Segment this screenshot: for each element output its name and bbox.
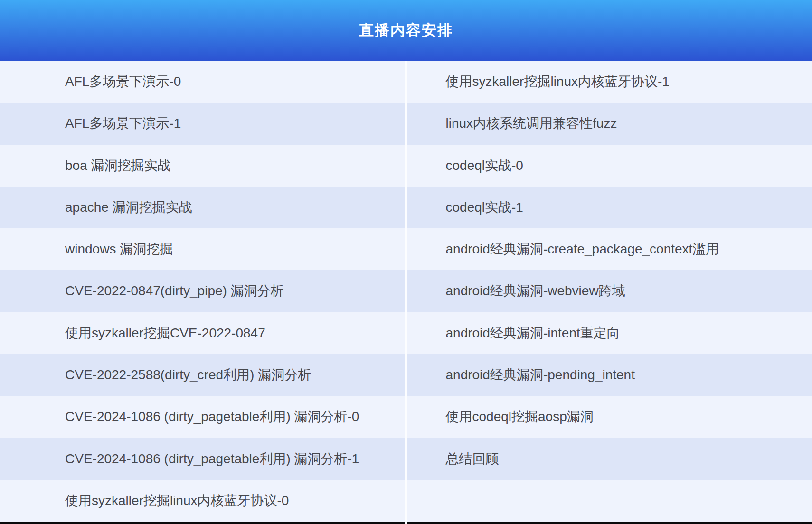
table-row: linux内核系统调用兼容性fuzz [407,103,812,144]
session-title: AFL多场景下演示-0 [0,73,181,91]
session-title: android经典漏洞-pending_intent [407,366,635,384]
table-row: 使用codeql挖掘aosp漏洞 [407,396,812,438]
table-row: CVE-2022-2588(dirty_cred利用) 漏洞分析 [0,354,405,396]
table-row: apache 漏洞挖掘实战 [0,187,405,228]
table-row: 总结回顾 [407,438,812,479]
table-row: AFL多场景下演示-1 [0,103,405,144]
table-row: 使用syzkaller挖掘linux内核蓝牙协议-0 [0,480,405,522]
bottom-bar [407,522,812,524]
session-title: boa 漏洞挖掘实战 [0,157,171,175]
session-title: apache 漏洞挖掘实战 [0,198,192,216]
page-title: 直播内容安排 [359,20,453,40]
table-row: windows 漏洞挖掘 [0,228,405,270]
table-row: CVE-2024-1086 (dirty_pagetable利用) 漏洞分析-0 [0,396,405,438]
session-title: 使用syzkaller挖掘CVE-2022-0847 [0,324,265,342]
table-row: CVE-2024-1086 (dirty_pagetable利用) 漏洞分析-1 [0,438,405,479]
session-title: CVE-2022-0847(dirty_pipe) 漏洞分析 [0,282,284,300]
session-title: CVE-2024-1086 (dirty_pagetable利用) 漏洞分析-1 [0,450,359,468]
session-title: windows 漏洞挖掘 [0,240,173,258]
schedule-table: AFL多场景下演示-0 AFL多场景下演示-1 boa 漏洞挖掘实战 apach… [0,61,812,524]
table-row: codeql实战-0 [407,145,812,187]
schedule-page: 直播内容安排 AFL多场景下演示-0 AFL多场景下演示-1 boa 漏洞挖掘实… [0,0,812,524]
table-row: CVE-2022-0847(dirty_pipe) 漏洞分析 [0,270,405,312]
schedule-column-right: 使用syzkaller挖掘linux内核蓝牙协议-1 linux内核系统调用兼容… [407,61,812,524]
session-title: linux内核系统调用兼容性fuzz [407,114,617,132]
session-title: AFL多场景下演示-1 [0,114,181,132]
table-row [407,480,812,522]
session-title: android经典漏洞-intent重定向 [407,324,620,342]
table-row: AFL多场景下演示-0 [0,61,405,103]
table-row: 使用syzkaller挖掘CVE-2022-0847 [0,312,405,354]
table-row: android经典漏洞-create_package_context滥用 [407,228,812,270]
session-title: 总结回顾 [407,450,499,468]
table-row: boa 漏洞挖掘实战 [0,145,405,187]
table-row: android经典漏洞-intent重定向 [407,312,812,354]
schedule-header: 直播内容安排 [0,0,812,61]
table-row: codeql实战-1 [407,187,812,228]
session-title: CVE-2024-1086 (dirty_pagetable利用) 漏洞分析-0 [0,408,359,426]
session-title: android经典漏洞-webview跨域 [407,282,625,300]
table-row: android经典漏洞-webview跨域 [407,270,812,312]
schedule-column-left: AFL多场景下演示-0 AFL多场景下演示-1 boa 漏洞挖掘实战 apach… [0,61,405,524]
session-title: 使用syzkaller挖掘linux内核蓝牙协议-1 [407,73,670,91]
session-title: android经典漏洞-create_package_context滥用 [407,240,719,258]
session-title: codeql实战-0 [407,157,523,175]
session-title: codeql实战-1 [407,198,523,216]
bottom-bar [0,522,405,524]
session-title: 使用codeql挖掘aosp漏洞 [407,408,594,426]
table-row: 使用syzkaller挖掘linux内核蓝牙协议-1 [407,61,812,103]
session-title: CVE-2022-2588(dirty_cred利用) 漏洞分析 [0,366,311,384]
table-row: android经典漏洞-pending_intent [407,354,812,396]
session-title: 使用syzkaller挖掘linux内核蓝牙协议-0 [0,492,289,510]
